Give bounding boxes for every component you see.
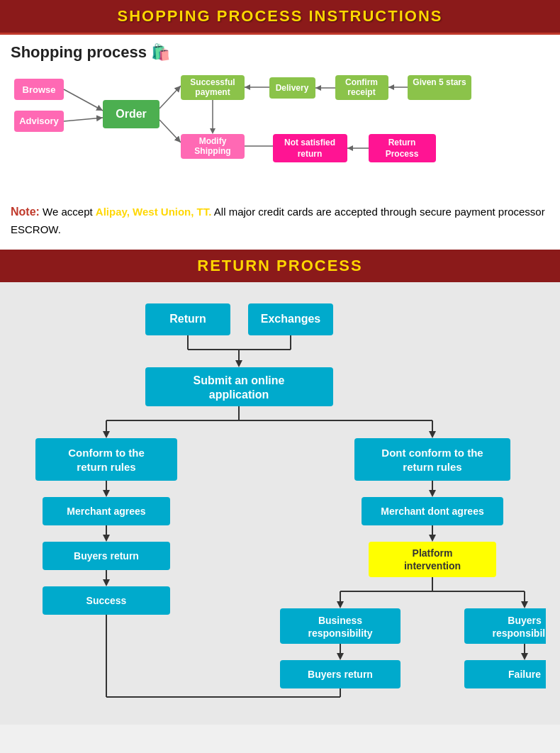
- shopping-section: Shopping process 🛍️ Browse Advisory Orde…: [0, 35, 560, 196]
- svg-text:Given 5 stars: Given 5 stars: [413, 77, 466, 87]
- svg-text:Shipping: Shipping: [194, 146, 230, 156]
- svg-marker-89: [337, 601, 344, 608]
- svg-line-8: [159, 86, 181, 108]
- svg-marker-49: [235, 360, 242, 367]
- svg-text:Modify: Modify: [199, 136, 227, 146]
- svg-text:Buyers return: Buyers return: [74, 550, 139, 562]
- svg-text:Failure: Failure: [508, 669, 541, 680]
- svg-text:Confirm: Confirm: [345, 77, 378, 87]
- svg-text:return rules: return rules: [403, 461, 461, 473]
- svg-text:Submit an online: Submit an online: [194, 374, 285, 386]
- svg-text:Merchant dont agrees: Merchant dont agrees: [381, 506, 484, 517]
- svg-text:Dont conform to the: Dont conform to the: [381, 447, 483, 459]
- svg-marker-103: [521, 653, 528, 660]
- svg-text:Conform to the: Conform to the: [68, 447, 144, 459]
- return-flow-svg: Return Exchanges Submit an online applic…: [14, 296, 546, 708]
- return-section: Return Exchanges Submit an online applic…: [0, 282, 560, 725]
- svg-rect-59: [35, 438, 177, 481]
- svg-text:application: application: [209, 389, 269, 401]
- svg-marker-58: [429, 431, 436, 438]
- header-title: SHOPPING PROCESS INSTRUCTIONS: [118, 7, 443, 25]
- svg-text:Platform: Platform: [413, 547, 453, 559]
- shopping-icon: 🛍️: [151, 43, 170, 61]
- return-banner: RETURN PROCESS: [0, 250, 560, 282]
- svg-marker-66: [103, 490, 110, 497]
- svg-text:Return: Return: [169, 313, 206, 325]
- shopping-title: Shopping process 🛍️: [11, 43, 549, 62]
- svg-marker-56: [103, 431, 110, 438]
- svg-text:intervention: intervention: [404, 560, 461, 571]
- note-section: Note: We accept Alipay, West Union, TT. …: [0, 196, 560, 247]
- svg-line-9: [159, 120, 181, 143]
- note-label: Note:: [11, 206, 40, 218]
- svg-text:Delivery: Delivery: [276, 83, 309, 93]
- svg-text:Business: Business: [318, 615, 362, 626]
- svg-line-5: [64, 118, 103, 121]
- svg-text:return: return: [298, 149, 323, 159]
- svg-marker-78: [429, 490, 436, 497]
- return-banner-title: RETURN PROCESS: [197, 257, 362, 274]
- svg-text:return rules: return rules: [77, 461, 135, 473]
- svg-text:Process: Process: [386, 149, 419, 159]
- svg-text:Exchanges: Exchanges: [261, 313, 321, 325]
- svg-text:Browse: Browse: [23, 84, 56, 95]
- svg-text:Return: Return: [388, 138, 416, 147]
- flow-svg: Browse Advisory Order Successful paym: [11, 72, 556, 185]
- svg-marker-29: [210, 128, 215, 134]
- svg-line-4: [64, 89, 103, 111]
- svg-marker-74: [103, 579, 110, 586]
- svg-text:Buyers return: Buyers return: [308, 669, 373, 680]
- svg-text:Merchant agrees: Merchant agrees: [67, 506, 145, 517]
- svg-text:Advisory: Advisory: [19, 116, 59, 126]
- svg-text:Successful: Successful: [190, 77, 235, 87]
- svg-rect-62: [354, 438, 510, 481]
- svg-text:Not satisfied: Not satisfied: [284, 138, 335, 147]
- svg-marker-82: [429, 535, 436, 542]
- svg-text:responsibility: responsibility: [308, 628, 372, 639]
- svg-marker-91: [521, 601, 528, 608]
- svg-marker-99: [337, 653, 344, 660]
- svg-text:payment: payment: [195, 87, 230, 97]
- svg-text:responsibility: responsibility: [492, 628, 546, 639]
- shopping-flow-diagram: Browse Advisory Order Successful paym: [11, 72, 549, 185]
- svg-text:Order: Order: [116, 108, 147, 120]
- note-highlight: Alipay, West Union, TT.: [96, 206, 212, 218]
- note-prefix: We accept: [43, 206, 96, 218]
- svg-text:receipt: receipt: [347, 87, 375, 97]
- svg-marker-70: [103, 535, 110, 542]
- svg-text:Buyers: Buyers: [508, 615, 542, 626]
- header-banner: SHOPPING PROCESS INSTRUCTIONS: [0, 0, 560, 35]
- svg-text:Success: Success: [86, 595, 127, 606]
- page: SHOPPING PROCESS INSTRUCTIONS Shopping p…: [0, 0, 560, 725]
